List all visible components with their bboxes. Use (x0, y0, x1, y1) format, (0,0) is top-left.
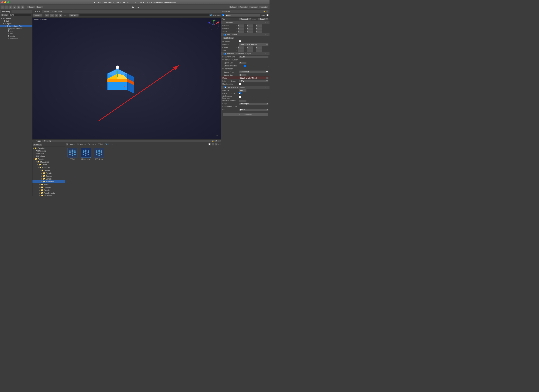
ball3d-settings[interactable]: ⚙ (265, 86, 266, 88)
project-item-gridworld[interactable]: ▶ 📁 GridWorld (33, 194, 65, 196)
model-input[interactable] (239, 77, 266, 79)
transform-section-header[interactable]: ▼ Transform ⚙ ⋮ (221, 21, 270, 24)
transform-settings[interactable]: ⚙ (265, 21, 266, 23)
all-models-item[interactable]: All Models (33, 152, 65, 155)
material-dropdown[interactable]: None (Physic Material) (239, 43, 269, 46)
project-item-foodcollector[interactable]: ▶ 📁 FoodCollector (33, 191, 65, 194)
rect-tool[interactable]: ⊡ (17, 5, 21, 9)
project-menu-btn[interactable]: ☰ (215, 139, 217, 142)
pause-button[interactable]: ⏸ (134, 6, 137, 9)
project-item-editor[interactable]: ▶ 📁 Editor (33, 163, 65, 166)
sz-y-input[interactable] (247, 49, 253, 52)
script-input[interactable] (239, 103, 266, 105)
2d-button[interactable]: 2D (45, 14, 49, 17)
asset-item-3dball_new[interactable]: 3DBall_new (80, 148, 91, 160)
cen-y-input[interactable] (247, 46, 253, 49)
vo-space-size-input[interactable] (239, 62, 246, 64)
hand-tool[interactable]: ✥ (1, 5, 5, 9)
move-tool[interactable]: ✤ (5, 5, 9, 9)
script-picker-btn[interactable]: ⊙ (266, 103, 269, 105)
auto-save-checkbox[interactable] (210, 14, 212, 16)
pos-z-input[interactable] (256, 24, 262, 27)
is-trigger-checkbox[interactable] (239, 40, 241, 42)
project-item-crawler[interactable]: ▶ 📁 Crawler (33, 189, 65, 191)
hierarchy-item-headband[interactable]: ⚙ Headband (0, 37, 32, 40)
hierarchy-item-ball[interactable]: ⚙ Ball (0, 20, 32, 22)
window-controls[interactable] (1, 1, 9, 3)
hierarchy-item-agentcamera[interactable]: 📷 AgentCamera (0, 27, 32, 30)
project-star-btn[interactable]: ★ (215, 143, 217, 146)
asset-store-tab[interactable]: Asset Store (51, 10, 63, 13)
reset-on-done-checkbox[interactable] (239, 92, 241, 94)
scale-x-input[interactable] (238, 30, 244, 33)
hierarchy-tab[interactable]: Hierarchy (1, 10, 11, 13)
ball-picker-btn[interactable]: ⊙ (266, 109, 269, 111)
project-back-btn[interactable]: ◀ (66, 143, 68, 146)
play-button[interactable]: ▶ (132, 6, 134, 9)
project-item-scenes[interactable]: ▶ 📁 Scenes (33, 175, 65, 177)
box-collider-checkbox[interactable] (225, 34, 226, 36)
project-item-ml-agents[interactable]: ▼ 📁 ML-Agents (33, 160, 65, 163)
bp-settings[interactable]: ⚙ (265, 53, 266, 55)
game-tab[interactable]: Game (42, 10, 50, 13)
local-toggle[interactable]: Local (36, 6, 43, 9)
cen-x-input[interactable] (238, 46, 244, 49)
project-item-prefabs[interactable]: ▶ 📁 Prefabs (33, 172, 65, 175)
project-create-btn[interactable]: Create ▾ (33, 143, 42, 146)
space-type-dropdown[interactable]: Continuous Discrete (239, 70, 269, 73)
add-component-button[interactable]: Add Component (223, 113, 268, 116)
scene-bc-3dball[interactable]: 3DBall (41, 18, 47, 20)
action-space-size-input[interactable] (239, 74, 246, 76)
decision-interval-input[interactable] (239, 100, 246, 102)
close-button[interactable] (1, 1, 3, 3)
scale-z-input[interactable] (256, 30, 262, 33)
inspector-lock-btn[interactable]: 🔒 (263, 10, 265, 13)
rot-y-input[interactable] (247, 27, 253, 30)
behavior-name-input[interactable] (239, 56, 269, 58)
static-checkbox[interactable] (266, 14, 269, 16)
project-item-tfmodels[interactable]: ▶ 📁 TFModels (33, 180, 65, 183)
model-picker-btn[interactable]: ⊙ (266, 77, 269, 79)
project-item-scripts[interactable]: ▶ 📁 Scripts (33, 177, 65, 180)
center-toggle[interactable]: Center (27, 6, 35, 9)
agent-enabled-checkbox[interactable] (222, 14, 224, 16)
behavior-params-section-header[interactable]: ▼ Behavior Parameters (Script) ⚙ ⋮ (221, 52, 270, 55)
hierarchy-create-btn[interactable]: Create (1, 14, 8, 16)
project-item-bouncer[interactable]: ▶ 📁 Bouncer (33, 186, 65, 189)
asset-item-3dball[interactable]: 3DBall (67, 148, 78, 160)
gizmos-btn[interactable]: Gizmos ▾ (69, 14, 79, 17)
max-step-input[interactable] (239, 89, 246, 92)
scale-y-input[interactable] (247, 30, 253, 33)
cen-z-input[interactable] (256, 46, 262, 49)
project-item-basic[interactable]: ▶ 📁 Basic (33, 183, 65, 186)
hierarchy-item-eye[interactable]: ⚙ eye (0, 32, 32, 35)
step-button[interactable]: ⏭ (137, 6, 139, 9)
maximize-button[interactable] (7, 1, 9, 3)
asset-item-3dballhard[interactable]: 3DBallHard (93, 148, 105, 160)
hierarchy-item-mouth[interactable]: ⚙ mouth (0, 35, 32, 37)
project-eye-btn[interactable]: 👁 (212, 143, 214, 146)
scene-view[interactable]: ↙ X Y Z (33, 18, 221, 139)
shaded-dropdown[interactable]: Shaded ▾ (33, 14, 43, 17)
ball3d-menu[interactable]: ⋮ (267, 86, 269, 88)
inference-device-dropdown[interactable]: CPU GPU (239, 80, 269, 82)
account-button[interactable]: Account ▾ (238, 6, 249, 9)
bc-tfmodels[interactable]: TFModels (105, 143, 113, 145)
hierarchy-item-eye[interactable]: ⚙ eye (0, 30, 32, 32)
scene-tab[interactable]: Scene (33, 10, 42, 13)
on-demand-checkbox[interactable] (239, 96, 241, 98)
ball3d-checkbox[interactable] (225, 86, 226, 88)
box-collider-menu[interactable]: ⋮ (267, 34, 269, 36)
all-materials-item[interactable]: All Materials (33, 149, 65, 152)
collab-button[interactable]: Collab ▾ (229, 6, 237, 9)
scale-tool[interactable]: ⤢ (13, 5, 17, 9)
hierarchy-item-agent[interactable]: ▼ ⚙ Agent (0, 22, 32, 25)
sz-z-input[interactable] (256, 49, 262, 52)
box-collider-section-header[interactable]: ▼ Box Collider ⚙ ⋮ (221, 33, 270, 36)
hierarchy-item-3dball[interactable]: ▼ 🎮 3DBall (0, 17, 32, 20)
box-collider-settings[interactable]: ⚙ (265, 34, 266, 36)
layers-button[interactable]: Layers ▾ (249, 6, 259, 9)
bc-assets[interactable]: Assets (70, 143, 75, 145)
scene-light-btn[interactable]: ☀ (50, 14, 54, 17)
stacked-vectors-slider[interactable] (239, 66, 265, 66)
